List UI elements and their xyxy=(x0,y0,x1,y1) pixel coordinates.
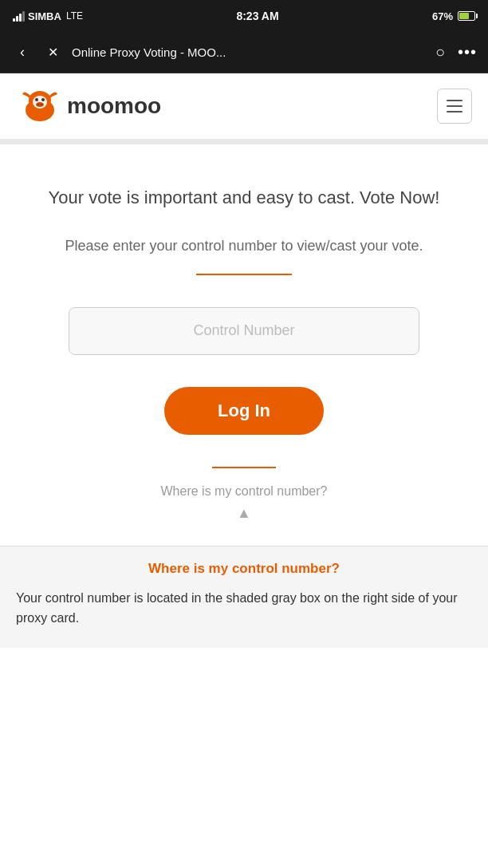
carrier-label: SIMBA xyxy=(28,10,61,22)
bottom-panel-title: Where is my control number? xyxy=(16,561,472,577)
svg-point-5 xyxy=(36,102,44,107)
site-header: moomoo xyxy=(0,73,488,140)
browser-icons: ○ ••• xyxy=(435,43,477,61)
headline-text: Your vote is important and easy to cast.… xyxy=(24,184,464,211)
battery-percent: 67% xyxy=(432,10,453,22)
signal-icon xyxy=(13,10,25,22)
svg-point-7 xyxy=(41,104,42,105)
logo-text: moomoo xyxy=(67,93,161,119)
logo-area: moomoo xyxy=(16,86,161,126)
status-left: SIMBA LTE xyxy=(13,10,83,22)
time-display: 8:23 AM xyxy=(236,10,278,22)
orange-divider-bottom xyxy=(212,467,276,468)
browser-nav-bar: ‹ ✕ Online Proxy Voting - MOO... ○ ••• xyxy=(0,32,488,73)
hamburger-line-2 xyxy=(447,105,462,107)
hamburger-line-1 xyxy=(447,100,462,101)
svg-point-3 xyxy=(35,98,38,101)
control-number-input[interactable] xyxy=(69,307,419,355)
status-right: 67% xyxy=(432,10,475,22)
svg-point-4 xyxy=(41,98,45,101)
chevron-up-icon: ▲ xyxy=(24,505,464,522)
bottom-panel: Where is my control number? Your control… xyxy=(0,546,488,648)
bottom-panel-body: Your control number is located in the sh… xyxy=(16,588,472,629)
search-icon[interactable]: ○ xyxy=(435,43,445,61)
battery-icon xyxy=(458,11,475,21)
back-button[interactable]: ‹ xyxy=(11,41,33,64)
where-link[interactable]: Where is my control number? xyxy=(24,484,464,499)
hamburger-line-3 xyxy=(447,111,462,112)
network-label: LTE xyxy=(66,10,83,22)
main-section: Your vote is important and easy to cast.… xyxy=(0,144,488,546)
page-content: moomoo Your vote is important and easy t… xyxy=(0,73,488,648)
more-options-icon[interactable]: ••• xyxy=(458,43,477,61)
browser-title: Online Proxy Voting - MOO... xyxy=(72,45,427,59)
close-button[interactable]: ✕ xyxy=(41,41,64,64)
orange-divider-top xyxy=(196,274,292,275)
moomoo-logo-icon xyxy=(16,86,64,126)
status-bar: SIMBA LTE 8:23 AM 67% xyxy=(0,0,488,32)
hamburger-menu-button[interactable] xyxy=(437,89,472,124)
svg-point-6 xyxy=(37,104,39,105)
login-button[interactable]: Log In xyxy=(164,387,324,435)
subtitle-text: Please enter your control number to view… xyxy=(24,235,464,258)
